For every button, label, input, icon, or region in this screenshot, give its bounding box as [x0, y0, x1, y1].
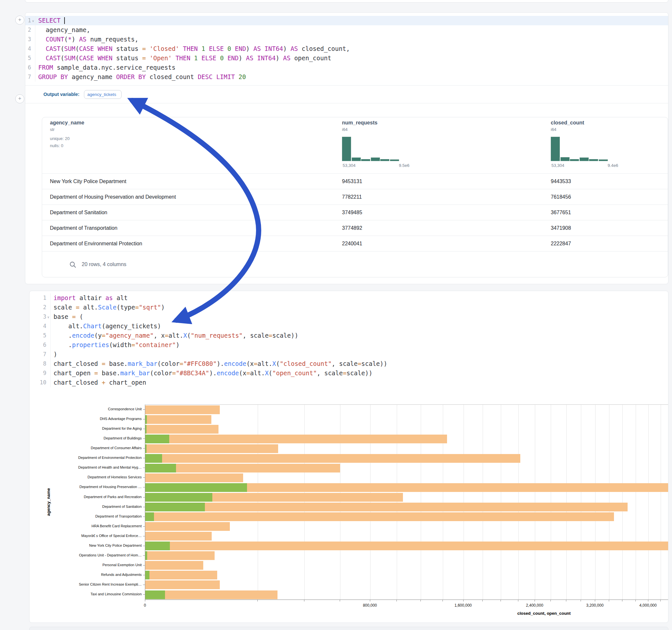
bar-open — [145, 512, 154, 521]
histogram-max-label: 9.5e6 — [380, 163, 409, 168]
table-cell: Department of Housing Preservation and D… — [50, 189, 176, 205]
bar-open — [145, 541, 170, 550]
table-cell: 9453131 — [342, 174, 362, 189]
column-name[interactable]: agency_name — [50, 120, 84, 126]
code-token — [38, 35, 46, 43]
table-cell: 7782211 — [342, 189, 362, 205]
x-axis-tick — [370, 600, 370, 602]
search-icon[interactable] — [69, 261, 76, 268]
histogram-min-label: 53,304 — [551, 163, 565, 168]
output-variable-pill[interactable]: agency_tickets — [84, 90, 122, 99]
y-axis-tick — [143, 438, 145, 439]
line-number: 3 — [25, 35, 31, 44]
next-cell-edge — [29, 627, 668, 630]
histogram-min-label: 53,304 — [343, 163, 356, 168]
notebook-page: + + 1∨SELECT 2 agency_name,3 COUNT(*) AS… — [0, 0, 672, 630]
y-axis-tick — [143, 458, 145, 458]
add-cell-button[interactable]: + — [15, 94, 24, 103]
code-token: status — [113, 54, 142, 62]
gridline — [595, 405, 596, 600]
code-token: 'Open' — [149, 54, 172, 62]
code-token: 0 — [227, 45, 231, 52]
code-token: ORDER BY — [116, 73, 146, 80]
code-token: THEN — [175, 54, 190, 62]
code-line: 3 COUNT(*) AS num_requests, — [25, 35, 668, 44]
code-token — [254, 54, 257, 62]
code-token: open_count — [290, 54, 331, 62]
code-token: closed_count — [146, 73, 198, 80]
bar-closed — [145, 580, 220, 589]
gridline — [501, 405, 501, 600]
output-variable-label: Output variable: — [44, 92, 79, 97]
gridline — [483, 405, 483, 600]
table-row[interactable]: New York City Police Department945313194… — [42, 173, 668, 189]
gridline — [648, 405, 649, 600]
table-cell: 3471908 — [551, 220, 571, 236]
y-axis-label: Correspondence Unit — [44, 407, 142, 411]
previous-cell-edge — [25, 0, 668, 3]
sql-code-editor[interactable]: 1∨SELECT 2 agency_name,3 COUNT(*) AS num… — [25, 16, 668, 82]
x-axis-tick-label: 3,200,000 — [572, 603, 618, 608]
code-token: 1 — [201, 45, 205, 52]
bar-closed — [145, 561, 203, 570]
y-axis-label: HRA Benefit Card Replacement — [44, 524, 142, 528]
y-axis-tick — [143, 419, 145, 419]
bar-closed — [145, 435, 447, 443]
table-row[interactable]: Department of Sanitation37494853677651 — [42, 204, 668, 220]
code-token: AS — [254, 45, 261, 52]
code-token: GROUP BY — [38, 73, 68, 80]
x-axis-tick — [421, 600, 421, 602]
y-axis-label: Department of Health and Mental Hyg… — [44, 465, 142, 469]
y-axis-label: Department for the Aging — [44, 427, 142, 430]
y-axis-label: Mayorâ€ s Office of Special Enforce… — [44, 534, 142, 538]
code-token: AS — [246, 54, 254, 62]
code-token: INT64 — [265, 45, 283, 52]
y-axis-label: DHS Advantage Programs — [44, 417, 142, 421]
table-row[interactable]: Department of Housing Preservation and D… — [42, 189, 668, 204]
code-token: agency_name — [68, 73, 116, 80]
code-token: num_requests, — [87, 35, 138, 43]
bar-closed — [145, 444, 278, 453]
table-row[interactable]: Department of Transportation377489234719… — [42, 220, 668, 236]
code-token — [213, 73, 216, 80]
bar-open — [145, 415, 147, 424]
code-line: 1∨SELECT — [25, 16, 668, 25]
code-token: ( — [64, 35, 68, 43]
bar-closed — [145, 541, 668, 550]
y-axis-tick — [143, 536, 145, 536]
column-name[interactable]: closed_count — [551, 120, 584, 126]
x-axis-tick — [501, 600, 501, 602]
y-axis-title: agency_name — [46, 488, 51, 516]
gridline — [636, 405, 636, 600]
gridline — [622, 405, 623, 600]
gridline — [661, 405, 661, 600]
x-axis-tick — [635, 600, 636, 602]
x-axis-tick — [442, 600, 443, 602]
column-name[interactable]: num_requests — [342, 120, 377, 126]
table-row[interactable]: Department of Environmental Protection22… — [42, 236, 668, 251]
code-token: AS — [283, 54, 290, 62]
code-text: agency_name, — [35, 25, 668, 35]
y-axis-tick — [143, 448, 145, 449]
add-cell-button[interactable]: + — [15, 16, 24, 25]
result-table: agency_namestrunique: 20nulls: 0num_requ… — [42, 117, 668, 277]
table-cell: New York City Police Department — [50, 174, 126, 189]
code-token: CAST — [46, 45, 61, 52]
fold-chevron-icon[interactable]: ∨ — [31, 16, 35, 25]
y-axis-tick — [143, 507, 145, 507]
y-axis-tick — [143, 555, 145, 556]
y-axis-tick — [143, 487, 145, 487]
y-axis-tick — [143, 575, 145, 575]
bar-open — [145, 464, 176, 472]
gridline — [443, 405, 443, 600]
line-number: 6 — [25, 63, 31, 72]
histogram-bar — [560, 157, 570, 161]
histogram-bar — [352, 158, 361, 161]
fold-spacer — [31, 35, 35, 44]
y-axis-label: Department of Buildings — [44, 436, 142, 440]
code-token: CAST — [46, 54, 61, 62]
code-token — [198, 54, 201, 62]
code-token: ( — [75, 54, 79, 62]
gridline — [535, 405, 535, 600]
x-axis-tick-label: 0 — [122, 603, 168, 608]
